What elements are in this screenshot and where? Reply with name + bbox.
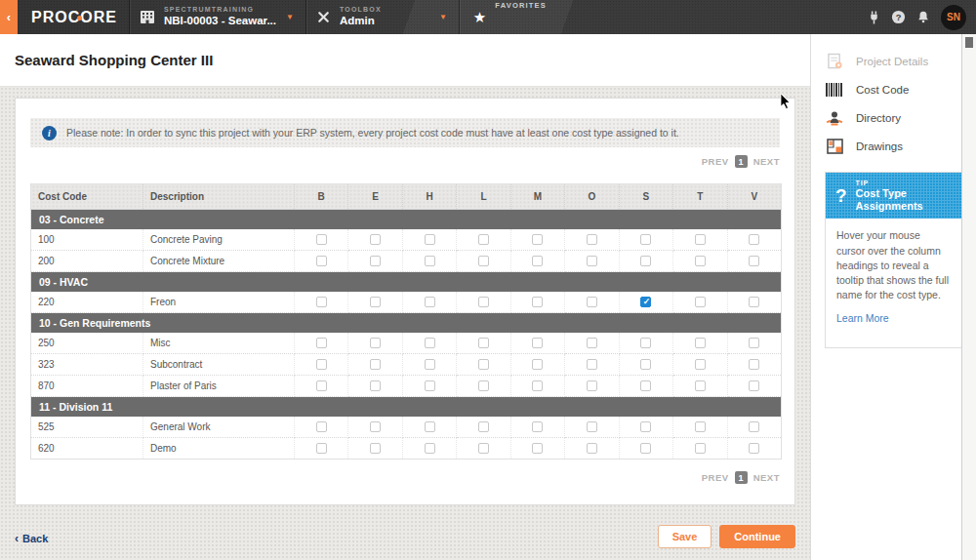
cost-type-checkbox-B[interactable]	[316, 234, 327, 245]
cost-type-checkbox-B[interactable]	[316, 359, 327, 370]
column-header-cost-type-V[interactable]: V	[727, 184, 782, 210]
sidebar-item-drawings[interactable]: Drawings	[811, 132, 961, 160]
favorites-menu[interactable]: ★ FAVORITES	[473, 9, 547, 26]
cost-type-checkbox-T[interactable]	[695, 443, 706, 454]
cost-type-checkbox-B[interactable]	[316, 443, 327, 454]
cost-type-checkbox-H[interactable]	[425, 380, 435, 391]
scrollbar-thumb[interactable]	[965, 37, 973, 48]
cost-type-checkbox-L[interactable]	[478, 234, 489, 245]
plug-icon[interactable]	[868, 10, 880, 25]
cost-type-checkbox-L[interactable]	[478, 380, 489, 391]
column-header-cost-type-E[interactable]: E	[348, 184, 402, 210]
cost-type-checkbox-V[interactable]	[749, 421, 759, 432]
prev-page-link[interactable]: PREV	[702, 156, 729, 167]
cost-type-checkbox-E[interactable]	[370, 421, 381, 432]
cost-type-checkbox-B[interactable]	[316, 297, 327, 307]
cost-type-checkbox-T[interactable]	[695, 359, 706, 370]
cost-type-checkbox-M[interactable]	[532, 421, 543, 432]
cost-type-checkbox-V[interactable]	[749, 338, 759, 348]
cost-type-checkbox-E[interactable]	[370, 380, 381, 391]
cost-type-checkbox-S[interactable]	[640, 421, 651, 432]
cost-type-checkbox-L[interactable]	[478, 421, 489, 432]
cost-type-checkbox-T[interactable]	[695, 234, 706, 245]
project-picker[interactable]: SPECTRUMTRAINING NBI-00003 - Seawar... ▼	[140, 6, 294, 27]
cost-type-checkbox-T[interactable]	[695, 380, 706, 391]
cost-type-checkbox-V[interactable]	[749, 256, 759, 266]
cost-type-checkbox-L[interactable]	[478, 359, 489, 370]
back-link[interactable]: ‹ Back	[15, 532, 48, 545]
cost-type-checkbox-H[interactable]	[425, 443, 435, 454]
cost-type-checkbox-T[interactable]	[695, 338, 706, 348]
cost-type-checkbox-V[interactable]	[749, 359, 759, 370]
column-header-cost-type-O[interactable]: O	[565, 184, 619, 210]
column-header-cost-type-S[interactable]: S	[619, 184, 672, 210]
cost-type-checkbox-M[interactable]	[532, 297, 543, 307]
toolbox-picker[interactable]: TOOLBOX Admin ▼	[316, 6, 447, 27]
cost-type-checkbox-H[interactable]	[425, 234, 435, 245]
cost-type-checkbox-S[interactable]	[640, 338, 651, 348]
cost-type-checkbox-L[interactable]	[478, 297, 489, 307]
column-header-cost-type-T[interactable]: T	[673, 184, 727, 210]
cost-type-checkbox-H[interactable]	[425, 359, 435, 370]
cost-type-checkbox-E[interactable]	[370, 297, 381, 307]
cost-type-checkbox-S[interactable]	[640, 256, 651, 266]
cost-type-checkbox-E[interactable]	[370, 359, 381, 370]
cost-type-checkbox-H[interactable]	[425, 297, 435, 307]
column-header-cost-type-M[interactable]: M	[510, 184, 564, 210]
cost-type-checkbox-M[interactable]	[532, 380, 543, 391]
cost-type-checkbox-O[interactable]	[587, 256, 597, 266]
cost-type-checkbox-V[interactable]	[749, 234, 759, 245]
sidebar-item-project-details[interactable]: Project Details	[811, 47, 961, 75]
cost-type-checkbox-O[interactable]	[587, 421, 597, 432]
cost-type-checkbox-O[interactable]	[587, 338, 597, 348]
cost-type-checkbox-L[interactable]	[478, 338, 489, 348]
cost-type-checkbox-T[interactable]	[695, 256, 706, 266]
cost-type-checkbox-E[interactable]	[370, 234, 381, 245]
cost-type-checkbox-E[interactable]	[370, 443, 381, 454]
prev-page-link[interactable]: PREV	[702, 472, 729, 483]
cost-type-checkbox-E[interactable]	[370, 338, 381, 348]
cost-type-checkbox-M[interactable]	[532, 359, 543, 370]
cost-type-checkbox-M[interactable]	[532, 443, 543, 454]
user-avatar[interactable]: SN	[941, 5, 966, 30]
cost-type-checkbox-V[interactable]	[749, 297, 759, 307]
learn-more-link[interactable]: Learn More	[836, 312, 889, 324]
cost-type-checkbox-B[interactable]	[316, 380, 327, 391]
next-page-link[interactable]: NEXT	[753, 472, 780, 483]
column-header-cost-type-H[interactable]: H	[402, 184, 456, 210]
cost-type-checkbox-L[interactable]	[478, 443, 489, 454]
cost-type-checkbox-V[interactable]	[749, 380, 759, 391]
next-page-link[interactable]: NEXT	[753, 156, 780, 167]
cost-type-checkbox-O[interactable]	[587, 443, 597, 454]
collapse-nav-button[interactable]: ‹	[0, 0, 18, 34]
cost-type-checkbox-E[interactable]	[370, 256, 381, 266]
cost-type-checkbox-S[interactable]	[640, 380, 651, 391]
cost-type-checkbox-T[interactable]	[695, 297, 706, 307]
cost-type-checkbox-O[interactable]	[587, 359, 597, 370]
cost-type-checkbox-B[interactable]	[316, 256, 327, 266]
cost-type-checkbox-B[interactable]	[316, 338, 327, 348]
cost-type-checkbox-M[interactable]	[532, 338, 543, 348]
procore-logo[interactable]: PROCORE	[31, 9, 117, 26]
sidebar-item-directory[interactable]: Directory	[811, 103, 961, 132]
cost-type-checkbox-T[interactable]	[695, 421, 706, 432]
cost-type-checkbox-H[interactable]	[425, 256, 435, 266]
cost-type-checkbox-M[interactable]	[532, 256, 543, 266]
bell-icon[interactable]	[916, 10, 930, 24]
save-button[interactable]: Save	[658, 525, 712, 548]
cost-type-checkbox-S[interactable]	[640, 443, 651, 454]
cost-type-checkbox-L[interactable]	[478, 256, 489, 266]
scrollbar-track[interactable]	[961, 34, 976, 560]
cost-type-checkbox-B[interactable]	[316, 421, 327, 432]
column-header-cost-type-B[interactable]: B	[295, 184, 348, 210]
cost-type-checkbox-H[interactable]	[425, 338, 435, 348]
cost-type-checkbox-M[interactable]	[532, 234, 543, 245]
help-icon[interactable]: ?	[891, 10, 906, 24]
continue-button[interactable]: Continue	[719, 525, 795, 548]
sidebar-item-cost-code[interactable]: Cost Code	[811, 75, 961, 103]
cost-type-checkbox-S[interactable]	[640, 359, 651, 370]
cost-type-checkbox-O[interactable]	[587, 234, 597, 245]
cost-type-checkbox-H[interactable]	[425, 421, 435, 432]
column-header-cost-type-L[interactable]: L	[457, 184, 510, 210]
cost-type-checkbox-S[interactable]	[640, 234, 651, 245]
